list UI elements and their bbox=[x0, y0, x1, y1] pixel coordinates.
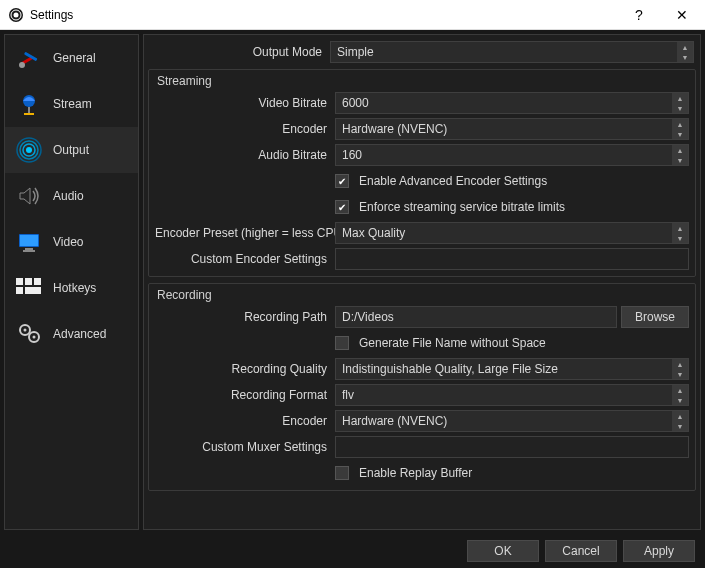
chevron-updown-icon: ▲▼ bbox=[677, 42, 693, 62]
titlebar: Settings ? ✕ bbox=[0, 0, 705, 30]
sidebar-item-label: Hotkeys bbox=[53, 281, 96, 295]
audio-bitrate-value: 160 bbox=[342, 148, 362, 162]
muxer-label: Custom Muxer Settings bbox=[155, 440, 335, 454]
settings-window: Settings ? ✕ General Stream bbox=[0, 0, 705, 568]
sidebar-item-hotkeys[interactable]: Hotkeys bbox=[5, 265, 138, 311]
streaming-encoder-label: Encoder bbox=[155, 122, 335, 136]
replay-buffer-label: Enable Replay Buffer bbox=[359, 466, 472, 480]
recording-encoder-select[interactable]: Hardware (NVENC) ▲▼ bbox=[335, 410, 689, 432]
sidebar-item-label: Audio bbox=[53, 189, 84, 203]
sidebar-item-label: Stream bbox=[53, 97, 92, 111]
recording-quality-select[interactable]: Indistinguishable Quality, Large File Si… bbox=[335, 358, 689, 380]
enforce-limits-checkbox[interactable] bbox=[335, 200, 349, 214]
sidebar-item-label: General bbox=[53, 51, 96, 65]
recording-encoder-label: Encoder bbox=[155, 414, 335, 428]
encoder-preset-label: Encoder Preset (higher = less CPU) bbox=[155, 226, 335, 240]
svg-point-5 bbox=[19, 62, 25, 68]
streaming-group: Streaming Video Bitrate 6000 ▲▼ Encoder bbox=[148, 69, 696, 277]
output-mode-label: Output Mode bbox=[150, 45, 330, 59]
output-mode-select[interactable]: Simple ▲▼ bbox=[330, 41, 694, 63]
chevron-updown-icon: ▲▼ bbox=[672, 145, 688, 165]
chevron-updown-icon: ▲▼ bbox=[672, 359, 688, 379]
enable-advanced-label: Enable Advanced Encoder Settings bbox=[359, 174, 547, 188]
svg-point-24 bbox=[24, 329, 27, 332]
svg-point-25 bbox=[33, 336, 36, 339]
enable-advanced-checkbox[interactable] bbox=[335, 174, 349, 188]
svg-point-9 bbox=[26, 147, 32, 153]
svg-rect-16 bbox=[23, 250, 35, 252]
close-button[interactable]: ✕ bbox=[659, 0, 705, 30]
recording-encoder-value: Hardware (NVENC) bbox=[342, 414, 447, 428]
encoder-preset-select[interactable]: Max Quality ▲▼ bbox=[335, 222, 689, 244]
svg-rect-17 bbox=[16, 278, 23, 285]
sidebar-item-stream[interactable]: Stream bbox=[5, 81, 138, 127]
recording-quality-value: Indistinguishable Quality, Large File Si… bbox=[342, 362, 558, 376]
svg-rect-8 bbox=[24, 113, 34, 115]
general-icon bbox=[15, 44, 43, 72]
chevron-updown-icon: ▲▼ bbox=[672, 385, 688, 405]
sidebar-item-audio[interactable]: Audio bbox=[5, 173, 138, 219]
video-bitrate-input[interactable]: 6000 ▲▼ bbox=[335, 92, 689, 114]
encoder-preset-value: Max Quality bbox=[342, 226, 405, 240]
help-button[interactable]: ? bbox=[619, 0, 659, 30]
sidebar-item-label: Video bbox=[53, 235, 83, 249]
sidebar-item-video[interactable]: Video bbox=[5, 219, 138, 265]
custom-encoder-label: Custom Encoder Settings bbox=[155, 252, 335, 266]
chevron-updown-icon: ▲▼ bbox=[672, 223, 688, 243]
recording-group: Recording Recording Path D:/Videos Brows… bbox=[148, 283, 696, 491]
client-area: General Stream Output bbox=[0, 30, 705, 568]
svg-rect-21 bbox=[25, 287, 41, 294]
sidebar-item-advanced[interactable]: Advanced bbox=[5, 311, 138, 357]
apply-button[interactable]: Apply bbox=[623, 540, 695, 562]
generate-filename-checkbox[interactable] bbox=[335, 336, 349, 350]
enforce-limits-label: Enforce streaming service bitrate limits bbox=[359, 200, 565, 214]
output-mode-row: Output Mode Simple ▲▼ bbox=[144, 35, 700, 67]
ok-button[interactable]: OK bbox=[467, 540, 539, 562]
video-bitrate-label: Video Bitrate bbox=[155, 96, 335, 110]
cancel-button[interactable]: Cancel bbox=[545, 540, 617, 562]
spinner-icon: ▲▼ bbox=[672, 93, 688, 113]
recording-path-label: Recording Path bbox=[155, 310, 335, 324]
hotkeys-icon bbox=[15, 274, 43, 302]
output-icon bbox=[15, 136, 43, 164]
recording-quality-label: Recording Quality bbox=[155, 362, 335, 376]
svg-rect-19 bbox=[34, 278, 41, 285]
recording-path-value: D:/Videos bbox=[342, 310, 394, 324]
sidebar-item-output[interactable]: Output bbox=[5, 127, 138, 173]
svg-rect-15 bbox=[25, 248, 33, 250]
sidebar-item-label: Advanced bbox=[53, 327, 106, 341]
svg-point-2 bbox=[14, 12, 19, 17]
replay-buffer-checkbox[interactable] bbox=[335, 466, 349, 480]
app-icon bbox=[8, 7, 24, 23]
chevron-updown-icon: ▲▼ bbox=[672, 119, 688, 139]
sidebar-item-general[interactable]: General bbox=[5, 35, 138, 81]
svg-rect-7 bbox=[28, 107, 30, 113]
svg-rect-20 bbox=[16, 287, 23, 294]
muxer-input[interactable] bbox=[335, 436, 689, 458]
window-title: Settings bbox=[30, 8, 619, 22]
audio-bitrate-label: Audio Bitrate bbox=[155, 148, 335, 162]
recording-title: Recording bbox=[149, 284, 695, 304]
audio-icon bbox=[15, 182, 43, 210]
recording-format-select[interactable]: flv ▲▼ bbox=[335, 384, 689, 406]
browse-button[interactable]: Browse bbox=[621, 306, 689, 328]
video-bitrate-value: 6000 bbox=[342, 96, 369, 110]
streaming-encoder-select[interactable]: Hardware (NVENC) ▲▼ bbox=[335, 118, 689, 140]
content-panel: Output Mode Simple ▲▼ Streaming Video Bi… bbox=[143, 34, 701, 530]
streaming-encoder-value: Hardware (NVENC) bbox=[342, 122, 447, 136]
output-mode-value: Simple bbox=[337, 45, 374, 59]
audio-bitrate-select[interactable]: 160 ▲▼ bbox=[335, 144, 689, 166]
stream-icon bbox=[15, 90, 43, 118]
main-area: General Stream Output bbox=[0, 30, 705, 534]
generate-filename-label: Generate File Name without Space bbox=[359, 336, 546, 350]
recording-path-input[interactable]: D:/Videos bbox=[335, 306, 617, 328]
advanced-icon bbox=[15, 320, 43, 348]
recording-format-label: Recording Format bbox=[155, 388, 335, 402]
footer: OK Cancel Apply bbox=[0, 534, 705, 568]
video-icon bbox=[15, 228, 43, 256]
svg-rect-14 bbox=[20, 235, 38, 246]
recording-format-value: flv bbox=[342, 388, 354, 402]
streaming-title: Streaming bbox=[149, 70, 695, 90]
chevron-updown-icon: ▲▼ bbox=[672, 411, 688, 431]
custom-encoder-input[interactable] bbox=[335, 248, 689, 270]
